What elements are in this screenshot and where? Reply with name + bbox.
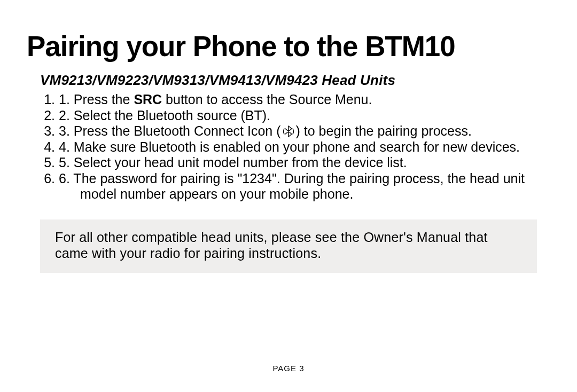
document-page: Pairing your Phone to the BTM10 VM9213/V… (0, 0, 577, 392)
page-footer: PAGE 3 (0, 364, 577, 373)
instruction-step-6: The password for pairing is "1234". Duri… (59, 171, 550, 202)
step-3-text-b: ) to begin the pairing process. (296, 123, 472, 138)
note-text: For all other compatible head units, ple… (55, 230, 488, 261)
instruction-step-4: Make sure Bluetooth is enabled on your p… (59, 139, 550, 155)
instruction-step-2: Select the Bluetooth source (BT). (59, 108, 550, 124)
step-2-text: Select the Bluetooth source (BT). (74, 108, 270, 123)
step-1-src-bold: SRC (134, 92, 162, 107)
instruction-list: Press the SRC button to access the Sourc… (27, 92, 550, 202)
step-1-text-a: Press the (74, 92, 134, 107)
note-box: For all other compatible head units, ple… (40, 219, 537, 273)
step-1-text-b: button to access the Source Menu. (162, 92, 372, 107)
instruction-step-3: Press the Bluetooth Connect Icon () to b… (59, 123, 550, 139)
subtitle-head-units: VM9213/VM9223/VM9313/VM9413/VM9423 Head … (27, 72, 550, 89)
step-5-text: Select your head unit model number from … (74, 155, 407, 170)
instruction-step-5: Select your head unit model number from … (59, 155, 550, 171)
page-title: Pairing your Phone to the BTM10 (27, 29, 540, 62)
step-3-text-a: Press the Bluetooth Connect Icon ( (74, 123, 281, 138)
step-6-text: The password for pairing is "1234". Duri… (73, 171, 525, 202)
bluetooth-connect-icon (281, 127, 296, 137)
step-4-text: Make sure Bluetooth is enabled on your p… (74, 139, 520, 154)
instruction-step-1: Press the SRC button to access the Sourc… (59, 92, 550, 108)
